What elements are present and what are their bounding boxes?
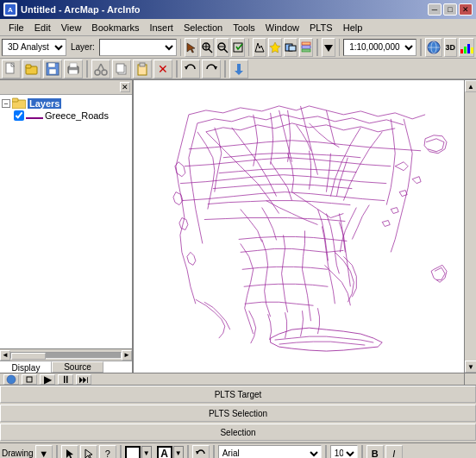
cut-btn[interactable] bbox=[91, 60, 110, 78]
redo-btn[interactable] bbox=[202, 60, 221, 78]
svg-rect-23 bbox=[467, 44, 470, 53]
toolbar-btn-3[interactable] bbox=[216, 38, 229, 57]
toolbar-btn-1[interactable] bbox=[185, 38, 198, 57]
layer-dropdown[interactable] bbox=[99, 39, 177, 56]
shape-dropdown[interactable]: ▼ bbox=[141, 446, 152, 459]
print-btn[interactable] bbox=[64, 60, 83, 78]
toolbar-btn-down[interactable] bbox=[322, 38, 335, 57]
cursor-tool[interactable] bbox=[61, 445, 78, 459]
shape-selector[interactable]: ▼ bbox=[125, 446, 152, 459]
text-dropdown[interactable]: ▼ bbox=[173, 446, 184, 459]
scroll-right-arrow[interactable]: ► bbox=[122, 350, 132, 361]
font-selector[interactable]: Arial bbox=[218, 445, 322, 459]
scroll-thumb[interactable] bbox=[11, 353, 46, 360]
menu-window[interactable]: Window bbox=[260, 21, 304, 35]
toc-layer-name[interactable]: Greece_Roads bbox=[45, 110, 109, 121]
toolbar-btn-2[interactable] bbox=[200, 38, 214, 57]
map-area[interactable]: ▲ ▼ bbox=[134, 80, 476, 373]
scroll-track[interactable] bbox=[10, 352, 122, 359]
scroll-left-arrow[interactable]: ◄ bbox=[0, 350, 10, 361]
selection-button[interactable]: Selection bbox=[0, 423, 476, 441]
analyst-dropdown[interactable]: 3D Analyst bbox=[2, 39, 66, 56]
toc-close-button[interactable]: ✕ bbox=[120, 82, 130, 92]
text-selector[interactable]: A ▼ bbox=[157, 446, 184, 459]
svg-rect-50 bbox=[27, 377, 32, 382]
separator-t2-2 bbox=[176, 60, 178, 78]
undo-btn[interactable] bbox=[181, 60, 200, 78]
bold-button[interactable]: B bbox=[366, 445, 384, 459]
map-play-btn[interactable]: ▶ bbox=[40, 374, 55, 385]
map-skip-btn[interactable]: ⏭ bbox=[76, 374, 91, 385]
menu-help[interactable]: Help bbox=[338, 21, 368, 35]
map-stop-btn[interactable]: ⏸ bbox=[58, 374, 73, 385]
toolbar-btn-6[interactable] bbox=[268, 38, 282, 57]
toc-tabs: Display Source bbox=[0, 361, 132, 373]
separator-t2-1 bbox=[86, 60, 88, 78]
display-tab[interactable]: Display bbox=[0, 361, 52, 373]
toc-layer-item: Greece_Roads bbox=[2, 110, 130, 122]
plts-target-button[interactable]: PLTS Target bbox=[0, 386, 476, 403]
separator-1 bbox=[180, 39, 181, 56]
main-area: ✕ − Layers Greece_Roads ◄ ► bbox=[0, 79, 476, 373]
delete-btn[interactable]: ✕ bbox=[153, 60, 172, 78]
toc-panel: ✕ − Layers Greece_Roads ◄ ► bbox=[0, 80, 134, 373]
maximize-button[interactable]: □ bbox=[443, 3, 457, 16]
scroll-up-arrow[interactable]: ▲ bbox=[465, 80, 476, 92]
drawing-dropdown-arrow[interactable]: ▼ bbox=[35, 445, 53, 459]
map-vscroll[interactable]: ▲ ▼ bbox=[464, 80, 476, 373]
rotate-tool[interactable] bbox=[192, 445, 210, 459]
svg-line-4 bbox=[209, 49, 212, 53]
menu-view[interactable]: View bbox=[56, 21, 87, 35]
source-tab[interactable]: Source bbox=[52, 361, 103, 373]
scale-dropdown[interactable]: 1:10,000,000 bbox=[343, 39, 416, 56]
menu-file[interactable]: File bbox=[3, 21, 29, 35]
svg-rect-30 bbox=[48, 63, 55, 67]
svg-marker-51 bbox=[66, 449, 73, 459]
save-btn[interactable] bbox=[43, 60, 62, 78]
menu-tools[interactable]: Tools bbox=[228, 21, 260, 35]
toolbar-row-2: ✕ bbox=[0, 59, 476, 79]
svg-rect-14 bbox=[302, 49, 310, 52]
toolbar-btn-8[interactable] bbox=[299, 38, 313, 57]
svg-rect-31 bbox=[49, 69, 56, 74]
menu-edit[interactable]: Edit bbox=[29, 21, 56, 35]
arrow-down-btn[interactable] bbox=[229, 60, 248, 78]
layer-visibility-checkbox[interactable] bbox=[14, 110, 24, 121]
toc-hscroll[interactable]: ◄ ► bbox=[0, 348, 132, 361]
drawing-sep1 bbox=[56, 445, 58, 459]
menu-bookmarks[interactable]: Bookmarks bbox=[86, 21, 144, 35]
toolbar-btn-globe[interactable] bbox=[425, 38, 442, 57]
toolbar-btn-7[interactable] bbox=[284, 38, 298, 57]
toolbar-btn-4[interactable] bbox=[231, 38, 245, 57]
map-pan-btn[interactable] bbox=[22, 374, 37, 385]
svg-rect-16 bbox=[302, 42, 310, 45]
toc-header: ✕ bbox=[0, 80, 132, 95]
copy-btn[interactable] bbox=[112, 60, 131, 78]
menu-selection[interactable]: Selection bbox=[178, 21, 228, 35]
menu-insert[interactable]: Insert bbox=[144, 21, 178, 35]
paste-btn[interactable] bbox=[133, 60, 152, 78]
minimize-button[interactable]: ─ bbox=[428, 3, 442, 16]
tooltip-tool[interactable]: ? bbox=[99, 445, 116, 459]
plts-selection-button[interactable]: PLTS Selection bbox=[0, 405, 476, 422]
font-size-selector[interactable]: 10 bbox=[330, 445, 358, 459]
open-btn[interactable] bbox=[22, 60, 41, 78]
svg-marker-44 bbox=[214, 66, 217, 70]
italic-button[interactable]: I bbox=[385, 445, 403, 459]
title-buttons[interactable]: ─ □ ✕ bbox=[428, 3, 473, 16]
toc-expand-icon[interactable]: − bbox=[2, 99, 10, 108]
scroll-vtrack[interactable] bbox=[465, 92, 476, 361]
map-globe-btn[interactable] bbox=[3, 374, 19, 385]
select-tool[interactable] bbox=[80, 445, 97, 459]
toc-folder-icon bbox=[12, 97, 26, 109]
toolbar-btn-5[interactable] bbox=[253, 38, 266, 57]
svg-line-38 bbox=[101, 64, 104, 71]
scroll-down-arrow[interactable]: ▼ bbox=[465, 361, 476, 373]
toolbar-btn-chart[interactable] bbox=[459, 38, 474, 57]
close-button[interactable]: ✕ bbox=[459, 3, 473, 16]
toolbar-btn-3d[interactable]: 3D bbox=[444, 38, 458, 57]
text-a-icon[interactable]: A bbox=[157, 446, 172, 459]
rect-shape-icon[interactable] bbox=[125, 446, 141, 459]
menu-plts[interactable]: PLTS bbox=[304, 21, 338, 35]
new-btn[interactable] bbox=[2, 60, 21, 78]
